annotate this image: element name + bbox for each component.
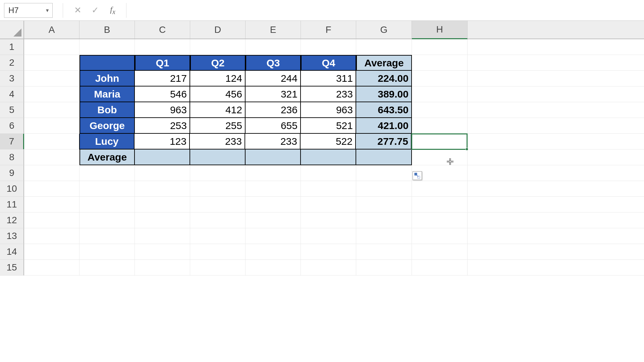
cell[interactable] bbox=[24, 39, 79, 55]
row-name[interactable]: Bob bbox=[79, 102, 135, 118]
table-header-blank[interactable] bbox=[79, 55, 135, 71]
cell[interactable] bbox=[412, 181, 468, 197]
cell[interactable] bbox=[24, 213, 79, 228]
average-cell[interactable]: 277.75 bbox=[356, 134, 412, 149]
cell[interactable] bbox=[24, 102, 79, 118]
cell[interactable] bbox=[467, 134, 644, 149]
data-cell[interactable]: 244 bbox=[246, 71, 301, 86]
cell[interactable] bbox=[468, 165, 644, 181]
table-header-q3[interactable]: Q3 bbox=[246, 55, 301, 71]
cell[interactable] bbox=[190, 228, 246, 244]
cell[interactable] bbox=[135, 260, 190, 276]
cell[interactable] bbox=[356, 213, 412, 228]
cell[interactable] bbox=[246, 260, 301, 276]
cell[interactable] bbox=[468, 213, 644, 228]
cell[interactable] bbox=[301, 197, 356, 213]
cell[interactable] bbox=[135, 181, 190, 197]
row-header-1[interactable]: 1 bbox=[0, 39, 24, 55]
cell[interactable] bbox=[412, 228, 468, 244]
column-header-b[interactable]: B bbox=[79, 21, 135, 39]
cell[interactable] bbox=[301, 181, 356, 197]
data-cell[interactable]: 521 bbox=[301, 118, 356, 134]
row-header-3[interactable]: 3 bbox=[0, 71, 24, 86]
cell[interactable] bbox=[24, 118, 79, 134]
data-cell[interactable]: 255 bbox=[190, 118, 246, 134]
cell[interactable] bbox=[24, 134, 79, 149]
fill-handle[interactable] bbox=[466, 148, 468, 150]
table-header-q2[interactable]: Q2 bbox=[190, 55, 246, 71]
average-row-cell[interactable] bbox=[356, 149, 412, 165]
cell[interactable] bbox=[190, 197, 246, 213]
cell[interactable] bbox=[79, 165, 135, 181]
row-name[interactable]: George bbox=[79, 118, 135, 134]
row-header-15[interactable]: 15 bbox=[0, 260, 24, 276]
cell[interactable] bbox=[135, 165, 190, 181]
formula-input[interactable] bbox=[126, 3, 644, 18]
cell[interactable] bbox=[135, 228, 190, 244]
cell[interactable] bbox=[246, 39, 301, 55]
row-header-5[interactable]: 5 bbox=[0, 102, 24, 118]
cell[interactable] bbox=[412, 71, 468, 86]
cell[interactable] bbox=[190, 39, 246, 55]
cell[interactable] bbox=[246, 181, 301, 197]
data-cell[interactable]: 522 bbox=[301, 134, 356, 149]
table-header-average[interactable]: Average bbox=[356, 55, 412, 71]
cell[interactable] bbox=[135, 213, 190, 228]
cell[interactable] bbox=[24, 165, 79, 181]
cell[interactable] bbox=[468, 118, 644, 134]
cell[interactable] bbox=[468, 102, 644, 118]
insert-function-button[interactable]: fx bbox=[106, 4, 119, 17]
cell[interactable] bbox=[412, 39, 468, 55]
data-cell[interactable]: 311 bbox=[301, 71, 356, 86]
data-cell[interactable]: 124 bbox=[190, 71, 246, 86]
name-box[interactable]: H7 ▼ bbox=[4, 3, 53, 18]
cell[interactable] bbox=[79, 228, 135, 244]
data-cell[interactable]: 233 bbox=[245, 134, 301, 149]
row-header-2[interactable]: 2 bbox=[0, 55, 24, 71]
average-cell[interactable]: 389.00 bbox=[356, 86, 412, 102]
cell[interactable] bbox=[468, 55, 644, 71]
cell[interactable] bbox=[356, 165, 412, 181]
column-header-extra[interactable] bbox=[468, 21, 644, 39]
column-header-g[interactable]: G bbox=[356, 21, 412, 39]
cell[interactable] bbox=[412, 213, 468, 228]
select-all-button[interactable] bbox=[0, 21, 24, 39]
column-header-h[interactable]: H bbox=[412, 21, 468, 39]
row-name[interactable]: John bbox=[79, 71, 135, 86]
cell[interactable] bbox=[24, 55, 79, 71]
cell[interactable] bbox=[246, 197, 301, 213]
data-cell[interactable]: 963 bbox=[301, 102, 356, 118]
column-header-a[interactable]: A bbox=[24, 21, 79, 39]
cell[interactable] bbox=[301, 260, 356, 276]
row-header-14[interactable]: 14 bbox=[0, 244, 24, 260]
average-cell[interactable]: 643.50 bbox=[356, 102, 412, 118]
cell[interactable] bbox=[468, 197, 644, 213]
enter-button[interactable]: ✓ bbox=[89, 4, 102, 17]
cell[interactable] bbox=[468, 228, 644, 244]
cell[interactable] bbox=[190, 260, 246, 276]
cell[interactable] bbox=[246, 165, 301, 181]
cell[interactable] bbox=[24, 86, 79, 102]
cell[interactable] bbox=[412, 86, 468, 102]
cell[interactable] bbox=[79, 39, 135, 55]
data-cell[interactable]: 233 bbox=[190, 134, 245, 149]
column-header-d[interactable]: D bbox=[190, 21, 246, 39]
cell[interactable] bbox=[246, 228, 301, 244]
cell[interactable] bbox=[468, 244, 644, 260]
cell[interactable] bbox=[412, 118, 468, 134]
cell[interactable] bbox=[356, 228, 412, 244]
average-row-label[interactable]: Average bbox=[79, 149, 135, 165]
cancel-button[interactable]: ✕ bbox=[71, 4, 85, 17]
data-cell[interactable]: 412 bbox=[190, 102, 246, 118]
name-box-dropdown-icon[interactable]: ▼ bbox=[45, 8, 50, 13]
cell[interactable] bbox=[468, 71, 644, 86]
cell[interactable] bbox=[356, 244, 412, 260]
cell[interactable] bbox=[412, 244, 468, 260]
average-row-cell[interactable] bbox=[246, 149, 301, 165]
cell[interactable] bbox=[468, 149, 644, 165]
cell[interactable] bbox=[135, 39, 190, 55]
row-header-13[interactable]: 13 bbox=[0, 228, 24, 244]
cell[interactable] bbox=[468, 181, 644, 197]
data-cell[interactable]: 963 bbox=[135, 102, 190, 118]
row-header-8[interactable]: 8 bbox=[0, 149, 24, 165]
